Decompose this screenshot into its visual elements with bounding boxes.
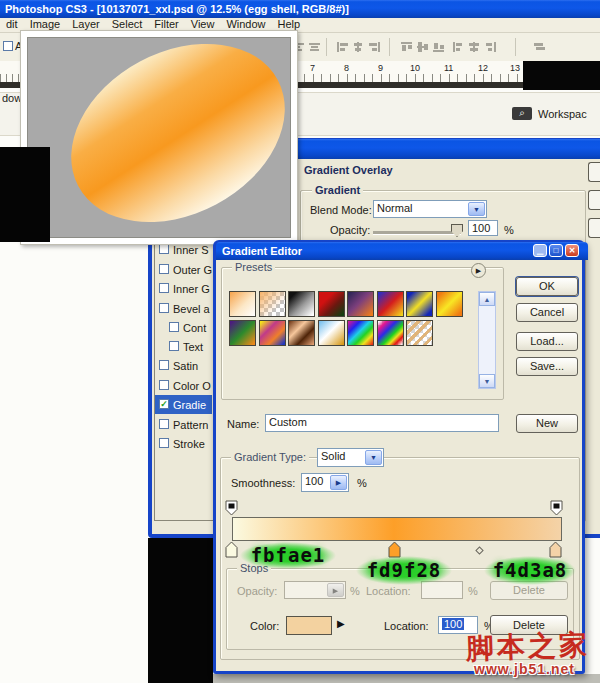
watermark: 脚本之家 www.jb51.net bbox=[0, 0, 600, 683]
photoshop-window: Photoshop CS3 - [10137071_xxl.psd @ 12.5… bbox=[0, 0, 600, 683]
watermark-site-url: www.jb51.net bbox=[474, 661, 575, 677]
